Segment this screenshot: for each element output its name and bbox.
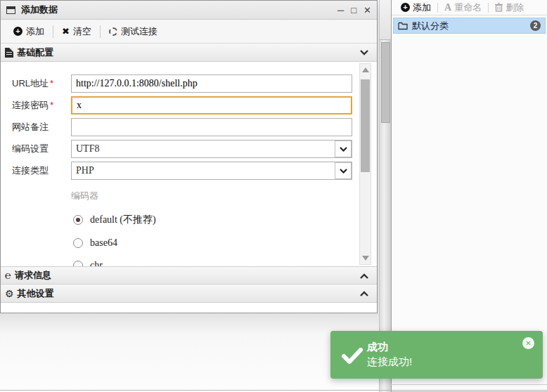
toast-close-icon[interactable]: ✕ (522, 337, 534, 349)
check-icon (342, 348, 363, 367)
form-row-connection-type: 连接类型 PHP (12, 162, 355, 180)
scrollbar-thumb[interactable] (381, 42, 390, 123)
plus-circle-icon: + (401, 3, 410, 12)
section-basic-config[interactable]: 基础配置 (1, 44, 377, 62)
section-other-label: 其他设置 (18, 287, 360, 300)
category-count-badge: 2 (530, 20, 541, 31)
scrollbar-track-cap (380, 0, 391, 40)
dialog-toolbar: + 添加 ✖ 清空 测试连接 (1, 20, 377, 44)
encoder-group-label: 编码器 (71, 190, 355, 202)
url-label: URL地址* (12, 77, 71, 90)
form-row-password: 连接密码* (12, 96, 355, 115)
encoder-option-default[interactable]: default (不推荐) (73, 214, 355, 226)
password-label: 连接密码* (12, 99, 71, 112)
connection-type-select[interactable]: PHP (71, 162, 352, 180)
password-input[interactable] (71, 96, 352, 115)
category-delete-button[interactable]: 删除 (489, 1, 530, 14)
trash-icon (495, 3, 503, 12)
spinner-icon (109, 27, 117, 36)
clear-button-label: 清空 (73, 25, 91, 38)
dialog-titlebar[interactable]: 添加数据 ─ □ ✕ (1, 1, 377, 20)
form-row-note: 网站备注 (12, 118, 355, 136)
section-other-settings[interactable]: ⚙ 其他设置 (1, 285, 377, 303)
page-background (0, 313, 379, 392)
encoder-option-base64[interactable]: base64 (73, 237, 355, 249)
category-item-default[interactable]: 默认分类 2 (393, 18, 546, 34)
connection-type-value: PHP (72, 165, 335, 176)
encoding-value: UTF8 (72, 143, 335, 155)
section-request-label: 请求信息 (15, 269, 360, 282)
encoder-option-chr[interactable]: chr (73, 260, 355, 266)
category-toolbar: + 添加 A 重命名 删除 (392, 0, 547, 15)
clear-x-icon: ✖ (62, 26, 70, 37)
chevron-down-icon (360, 47, 368, 58)
minimize-icon[interactable]: ─ (337, 6, 344, 15)
category-rename-label: 重命名 (454, 1, 482, 14)
page-bottom-border (0, 390, 547, 391)
test-connection-label: 测试连接 (121, 25, 157, 38)
chevron-down-icon[interactable] (335, 162, 352, 179)
radio-icon[interactable] (73, 238, 83, 248)
chevron-up-icon (360, 270, 368, 281)
url-input[interactable] (71, 74, 352, 93)
connection-type-label: 连接类型 (12, 164, 71, 177)
category-delete-label: 删除 (506, 1, 524, 14)
request-icon: ℮ (5, 270, 11, 280)
note-label: 网站备注 (12, 121, 71, 133)
document-icon (5, 48, 13, 58)
test-connection-button[interactable]: 测试连接 (101, 24, 166, 39)
scroll-up-icon[interactable] (362, 67, 369, 72)
category-add-label: 添加 (413, 1, 431, 14)
encoder-base64-label: base64 (90, 237, 117, 249)
category-rename-button[interactable]: A 重命名 (438, 1, 488, 14)
toast-message: 连接成功! (367, 355, 412, 369)
dialog-title: 添加数据 (21, 4, 337, 16)
toast-title: 成功 (367, 341, 388, 354)
section-basic-label: 基础配置 (17, 46, 360, 59)
chevron-down-icon[interactable] (335, 141, 352, 157)
add-button[interactable]: + 添加 (5, 24, 53, 39)
category-item-label: 默认分类 (412, 20, 526, 32)
gear-icon: ⚙ (5, 289, 14, 299)
form-row-encoding: 编码设置 UTF8 (12, 140, 355, 158)
success-toast: 成功 连接成功! ✕ (330, 331, 543, 379)
window-icon (6, 6, 15, 14)
form-row-url: URL地址* (12, 74, 355, 93)
add-data-dialog: 添加数据 ─ □ ✕ + 添加 ✖ 清空 测试连接 基础配置 (0, 0, 378, 313)
add-button-label: 添加 (26, 25, 44, 38)
form-scrollbar[interactable] (359, 63, 371, 265)
encoding-label: 编码设置 (12, 143, 71, 155)
plus-circle-icon: + (13, 27, 22, 36)
section-request-info[interactable]: ℮ 请求信息 (1, 266, 377, 285)
radio-selected-icon[interactable] (73, 215, 83, 225)
basic-config-form: URL地址* 连接密码* 网站备注 编码设置 UTF8 (1, 62, 377, 266)
scrollbar-thumb[interactable] (361, 79, 370, 172)
maximize-icon[interactable]: □ (351, 6, 356, 15)
clear-button[interactable]: ✖ 清空 (53, 24, 100, 39)
radio-icon[interactable] (73, 261, 83, 266)
encoding-select[interactable]: UTF8 (71, 140, 352, 158)
scroll-down-icon[interactable] (362, 256, 369, 261)
rename-a-icon: A (444, 2, 451, 13)
chevron-up-icon (360, 288, 368, 299)
encoder-default-label: default (不推荐) (90, 214, 156, 226)
category-add-button[interactable]: + 添加 (394, 1, 437, 14)
close-icon[interactable]: ✕ (363, 6, 371, 15)
folder-icon (398, 22, 408, 30)
encoder-chr-label: chr (90, 260, 103, 266)
note-input[interactable] (71, 118, 352, 136)
panel-divider (391, 384, 547, 385)
